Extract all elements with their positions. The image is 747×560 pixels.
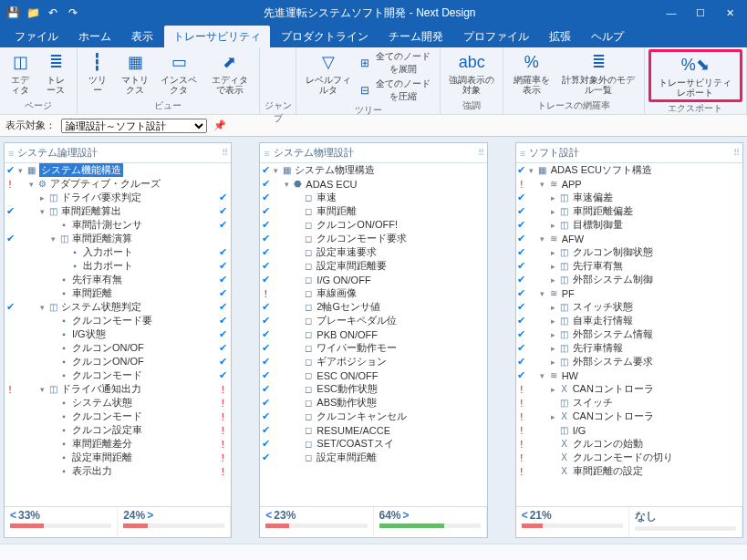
- ribbon-btn-0-0[interactable]: ◫エディタ: [4, 49, 37, 97]
- toggle-icon[interactable]: ▾: [37, 385, 47, 394]
- coverage-1[interactable]: 64%>: [374, 507, 487, 537]
- coverage-1[interactable]: 24%>: [118, 507, 231, 537]
- toggle-icon[interactable]: ▾: [538, 180, 547, 189]
- tree-node[interactable]: ▪入力ポート✔: [5, 245, 231, 259]
- tree-node[interactable]: ✔◻I/G ON/OFF: [260, 273, 486, 286]
- toggle-icon[interactable]: ▾: [26, 180, 36, 189]
- tree-node[interactable]: ✔▾≋PF: [516, 286, 742, 300]
- tree-node[interactable]: ✔▾◫車間距離演算: [5, 232, 231, 245]
- tree-node[interactable]: ▪クルコン設定車!: [5, 423, 231, 437]
- tree-node[interactable]: ▪車間距離差分!: [5, 437, 231, 451]
- tree-node[interactable]: ✔▾◫システム状態判定✔: [5, 300, 231, 314]
- menu-item-6[interactable]: プロファイル: [454, 26, 538, 48]
- ribbon-side-3-1[interactable]: ⊟全てのノードを圧縮: [358, 77, 436, 104]
- tree-node[interactable]: ✔▾≋HW: [516, 368, 742, 382]
- toggle-icon[interactable]: ▸: [549, 221, 558, 230]
- tree-node[interactable]: ✔◻2軸Gセンサ値: [260, 300, 486, 314]
- menu-item-5[interactable]: チーム開発: [379, 26, 452, 48]
- tree-node[interactable]: ▪クルコンモード!: [5, 410, 231, 423]
- tree-node[interactable]: ✔◻車間距離: [260, 204, 486, 218]
- tree-node[interactable]: ✔▾▦システム機能構造: [5, 163, 231, 177]
- tree-node[interactable]: ▪設定車間距離!: [5, 451, 231, 464]
- tree-node[interactable]: ✔◻ABS動作状態: [260, 396, 486, 410]
- pane-grip-icon[interactable]: ⠿: [222, 148, 227, 158]
- undo-icon[interactable]: ↶: [44, 4, 62, 22]
- coverage-arrow-right[interactable]: >: [403, 509, 410, 522]
- pane-menu-icon[interactable]: ≡: [264, 148, 269, 159]
- toggle-icon[interactable]: ▸: [549, 248, 558, 257]
- ribbon-btn-0-1[interactable]: ≣トレース: [39, 49, 73, 97]
- pin-icon[interactable]: 📌: [213, 119, 227, 133]
- tree-node[interactable]: ✔▸◫スイッチ状態: [516, 300, 742, 314]
- ribbon-btn-1-3[interactable]: ⬈エディタで表示: [203, 49, 255, 97]
- ribbon-btn-1-1[interactable]: ▦マトリクス: [116, 49, 155, 97]
- coverage-arrow-left[interactable]: <: [10, 509, 16, 522]
- toggle-icon[interactable]: ▾: [538, 371, 547, 380]
- tree-node[interactable]: ▪I/G状態✔: [5, 327, 231, 341]
- tree-node[interactable]: ▪クルコンモード✔: [5, 368, 231, 382]
- tree-node[interactable]: ✔◻ワイパー動作モー: [260, 341, 486, 355]
- toggle-icon[interactable]: ▸: [549, 344, 558, 353]
- toggle-icon[interactable]: ▾: [538, 234, 547, 244]
- coverage-0[interactable]: <21%: [516, 507, 629, 537]
- toggle-icon[interactable]: ▸: [549, 316, 558, 326]
- tree-node[interactable]: ✔◻ギアポジション: [260, 355, 486, 368]
- tree-node[interactable]: !◻車線画像: [260, 286, 486, 300]
- ribbon-btn-5-1[interactable]: ≣計算対象外のモデル一覧: [557, 49, 639, 97]
- coverage-1[interactable]: なし: [629, 507, 742, 537]
- toggle-icon[interactable]: ▸: [549, 193, 558, 202]
- tree-node[interactable]: ▪表示出力!: [5, 464, 231, 478]
- menu-item-2[interactable]: 表示: [122, 26, 162, 48]
- coverage-arrow-left[interactable]: <: [522, 509, 528, 522]
- tree-node[interactable]: !▾⚙アダプティブ・クルーズ: [5, 177, 231, 191]
- tree-node[interactable]: ✔▸◫外部システム要求: [516, 355, 742, 368]
- coverage-arrow-right[interactable]: >: [147, 509, 153, 522]
- ribbon-btn-1-0[interactable]: ┇ツリー: [81, 49, 114, 97]
- ribbon-btn-4-0[interactable]: abc強調表示の対象: [444, 49, 499, 97]
- toggle-icon[interactable]: ▸: [549, 303, 558, 312]
- tree-node[interactable]: ▪システム状態!: [5, 396, 231, 410]
- tree-node[interactable]: ▸◫ドライバ要求判定✔: [5, 191, 231, 204]
- close-button[interactable]: ✕: [716, 2, 743, 24]
- toggle-icon[interactable]: ▸: [549, 330, 558, 339]
- tree-node[interactable]: ✔◻クルコンモード要求: [260, 232, 486, 245]
- filter-select[interactable]: 論理設計～ソフト設計: [61, 119, 207, 133]
- tree-node[interactable]: ▪先行車有無✔: [5, 273, 231, 286]
- tree-node[interactable]: ✔◻設定車間距離: [260, 451, 486, 464]
- toggle-icon[interactable]: ▾: [37, 303, 47, 312]
- tree-node[interactable]: ✔▸◫外部システム制御: [516, 273, 742, 286]
- toggle-icon[interactable]: ▾: [271, 166, 280, 175]
- coverage-0[interactable]: <33%: [5, 507, 118, 537]
- pane-menu-icon[interactable]: ≡: [520, 148, 525, 159]
- menu-item-7[interactable]: 拡張: [540, 26, 580, 48]
- tree-node[interactable]: !▾◫ドライバ通知出力!: [5, 382, 231, 396]
- tree-node[interactable]: ✔▸◫車速偏差: [516, 191, 742, 204]
- tree-node[interactable]: ✔▸◫先行車有無: [516, 259, 742, 273]
- tree-node[interactable]: !Xクルコンモードの切り: [516, 451, 742, 464]
- tree-node[interactable]: ✔▾≋AFW: [516, 232, 742, 245]
- tree-node[interactable]: ✔◻PKB ON/OFF: [260, 327, 486, 341]
- toggle-icon[interactable]: ▸: [549, 262, 558, 271]
- tree-node[interactable]: !◫I/G: [516, 423, 742, 437]
- tree-node[interactable]: ▪クルコンモード要✔: [5, 314, 231, 327]
- pane-grip-icon[interactable]: ⠿: [478, 148, 483, 158]
- ribbon-btn-1-2[interactable]: ▭インスペクタ: [157, 49, 202, 97]
- tree-node[interactable]: ▪出力ポート✔: [5, 259, 231, 273]
- tree-node[interactable]: ✔◻車速: [260, 191, 486, 204]
- tree-node[interactable]: ✔◻RESUME/ACCE: [260, 423, 486, 437]
- menu-item-0[interactable]: ファイル: [5, 26, 67, 48]
- minimize-button[interactable]: —: [658, 2, 685, 24]
- tree-node[interactable]: ✔◻ESC動作状態: [260, 382, 486, 396]
- toggle-icon[interactable]: ▸: [549, 275, 558, 285]
- tree-node[interactable]: ✔▸◫外部システム情報: [516, 327, 742, 341]
- tree-node[interactable]: ✔▸◫自車走行情報: [516, 314, 742, 327]
- toggle-icon[interactable]: ▾: [48, 234, 57, 244]
- tree-node[interactable]: ✔◻クルコンキャンセル: [260, 410, 486, 423]
- coverage-0[interactable]: <23%: [260, 507, 373, 537]
- tree-node[interactable]: ✔▾⬣ADAS ECU: [260, 177, 486, 191]
- tree-node[interactable]: ✔▸◫先行車情報: [516, 341, 742, 355]
- tree-node[interactable]: !▸XCANコントローラ: [516, 410, 742, 423]
- toggle-icon[interactable]: ▾: [527, 166, 536, 175]
- toggle-icon[interactable]: ▸: [549, 358, 558, 367]
- tree-node[interactable]: ▪クルコンON/OF✔: [5, 341, 231, 355]
